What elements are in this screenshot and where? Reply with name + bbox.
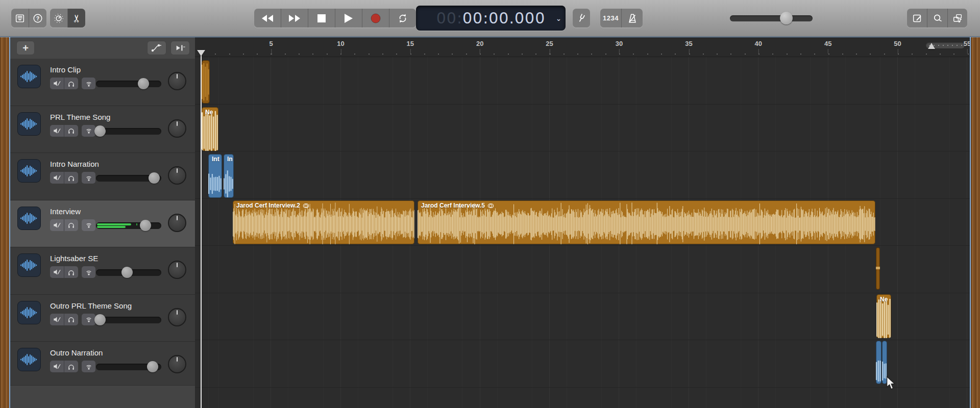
solo-button[interactable] [64,361,78,372]
audio-region-intro-narration-2[interactable]: In [224,154,234,198]
track-volume-slider[interactable] [96,269,161,276]
track-row-intro-narration[interactable]: Intro Narration [10,153,195,200]
playhead[interactable] [201,50,202,408]
solo-headphones-icon [67,126,76,135]
pan-knob[interactable] [168,214,186,232]
track-volume-slider[interactable] [96,364,161,370]
lane-outro-prl-theme-song[interactable] [195,293,971,341]
lane-outro-narration[interactable] [195,340,971,388]
track-volume-thumb[interactable] [121,267,133,278]
mute-button[interactable] [50,219,64,231]
track-row-prl-theme-song[interactable]: PRL Theme Song [10,106,195,154]
forward-button[interactable] [281,9,308,28]
track-row-outro-narration[interactable]: Outro Narration [10,342,195,389]
track-volume-thumb[interactable] [149,172,160,184]
mute-button[interactable] [50,172,64,184]
track-volume-thumb[interactable] [138,78,149,89]
audio-region-interview-5[interactable]: Jarod Cerf Interview.5 [418,200,875,244]
cycle-button[interactable] [389,9,416,28]
zoom-slider-thumb[interactable] [928,43,935,49]
track-volume-thumb[interactable] [94,125,106,137]
lane-lightsaber-se[interactable] [195,246,971,293]
track-lanes[interactable]: Ne Int In Jarod Cerf Interview.2 Jarod C… [195,57,971,408]
input-monitoring-button[interactable] [82,125,95,137]
lcd-hours: 00: [436,9,462,27]
timeline-area[interactable]: 510152025303540455055 Ne Int In Jarod Ce… [195,37,971,408]
master-volume-thumb[interactable] [780,12,793,24]
tuner-button[interactable] [573,9,590,28]
horizontal-zoom-slider[interactable] [926,42,965,48]
time-ruler[interactable]: 510152025303540455055 [195,37,971,57]
pan-knob[interactable] [168,355,186,373]
pan-knob[interactable] [168,308,186,326]
solo-button[interactable] [64,219,78,231]
audio-region-interview-2[interactable]: Jarod Cerf Interview.2 [233,200,414,244]
playhead-handle[interactable] [197,50,205,56]
track-volume-slider[interactable] [96,317,161,323]
input-monitoring-button[interactable] [82,361,95,372]
track-volume-slider[interactable] [96,222,161,229]
track-volume-thumb[interactable] [140,220,151,231]
track-volume-thumb[interactable] [147,361,158,372]
solo-button[interactable] [64,125,78,137]
editors-button[interactable]: ✂ [68,9,85,28]
media-browser-button[interactable] [948,9,967,28]
lane-prl-theme-song[interactable] [195,105,971,152]
loop-browser-button[interactable] [927,9,948,28]
record-button[interactable] [362,9,389,28]
input-monitoring-button[interactable] [82,172,95,184]
track-volume-slider[interactable] [96,175,161,182]
pan-knob[interactable] [168,72,186,90]
add-track-button[interactable]: + [16,41,35,55]
quick-help-button[interactable]: ? [29,9,46,28]
catch-playhead-button[interactable] [170,41,190,55]
automation-button[interactable] [147,41,166,55]
audio-region-outro-narration-1[interactable] [876,341,881,384]
pan-knob[interactable] [168,261,186,279]
ruler-mark: 20 [476,40,483,47]
audio-region-intro-clip[interactable] [202,60,210,104]
audio-region-lightsaber-se[interactable] [876,247,880,290]
mute-button[interactable] [50,361,64,372]
track-row-intro-clip[interactable]: Intro Clip [10,59,195,106]
track-volume-slider[interactable] [96,128,161,135]
pan-knob[interactable] [168,119,186,138]
rewind-button[interactable] [254,9,281,28]
input-monitoring-button[interactable] [82,78,95,89]
input-monitoring-button[interactable] [82,219,95,231]
track-volume-slider[interactable] [96,81,161,87]
mute-button[interactable] [50,314,64,325]
master-volume-slider[interactable] [730,13,813,23]
library-button[interactable] [11,9,29,28]
stop-button[interactable] [308,9,335,28]
track-row-outro-prl-theme-song[interactable]: Outro PRL Theme Song [10,295,195,342]
audio-track-icon [20,306,38,319]
lane-intro-clip[interactable] [195,57,971,105]
lcd-chevron-icon[interactable]: ⌄ [556,15,562,22]
pan-knob[interactable] [168,166,186,185]
input-monitoring-button[interactable] [82,266,95,278]
metronome-button[interactable] [622,9,643,28]
track-row-interview[interactable]: Interview [10,200,195,248]
mute-button[interactable] [50,78,64,89]
solo-button[interactable] [64,78,78,89]
lcd-display[interactable]: 00:00:00.000 ⌄ [416,6,566,31]
count-in-button[interactable]: 1234 [600,9,622,28]
lane-intro-narration[interactable] [195,151,971,199]
audio-region-outro-prl-theme-song[interactable]: Ne [876,294,891,338]
track-name: Intro Narration [50,160,99,168]
audio-region-prl-theme-song[interactable]: Ne [202,107,218,151]
mute-button[interactable] [50,125,64,137]
play-button[interactable] [335,9,362,28]
smart-controls-button[interactable] [50,9,68,28]
solo-button[interactable] [64,314,78,325]
audio-region-intro-narration-1[interactable]: Int [208,154,222,198]
track-volume-thumb[interactable] [94,314,106,325]
mute-icon [52,315,62,324]
solo-button[interactable] [64,172,78,184]
solo-button[interactable] [64,266,78,278]
input-monitoring-button[interactable] [82,314,95,325]
notepad-button[interactable] [907,9,927,28]
mute-button[interactable] [50,266,64,278]
track-row-lightsaber-se[interactable]: Lightsaber SE [10,247,195,295]
